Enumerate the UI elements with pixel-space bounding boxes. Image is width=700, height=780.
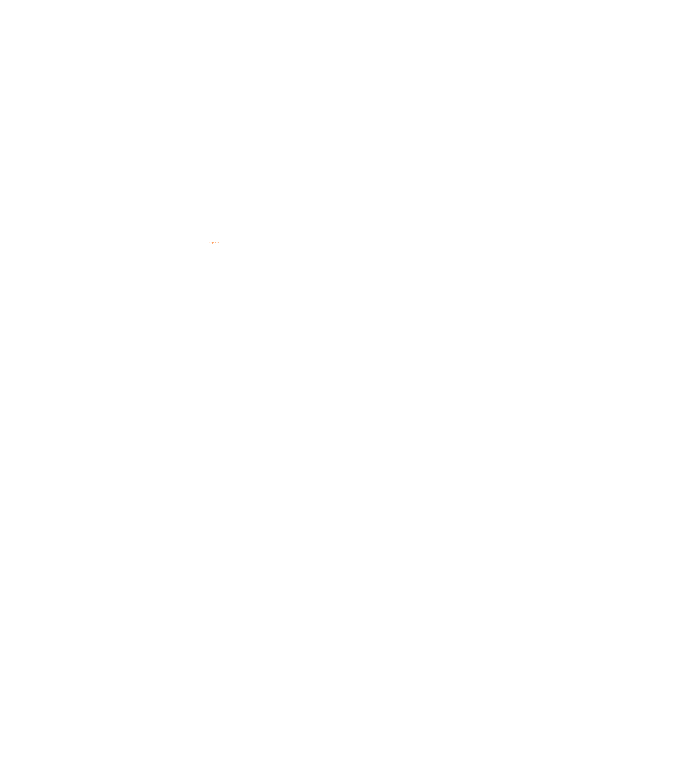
watermark-text: ⬆ upverta bbox=[208, 242, 219, 244]
watermark: ⬆ upverta bbox=[208, 242, 219, 244]
schematic-diagram: ⬆ upverta bbox=[0, 0, 221, 246]
schematic-canvas bbox=[0, 0, 221, 246]
